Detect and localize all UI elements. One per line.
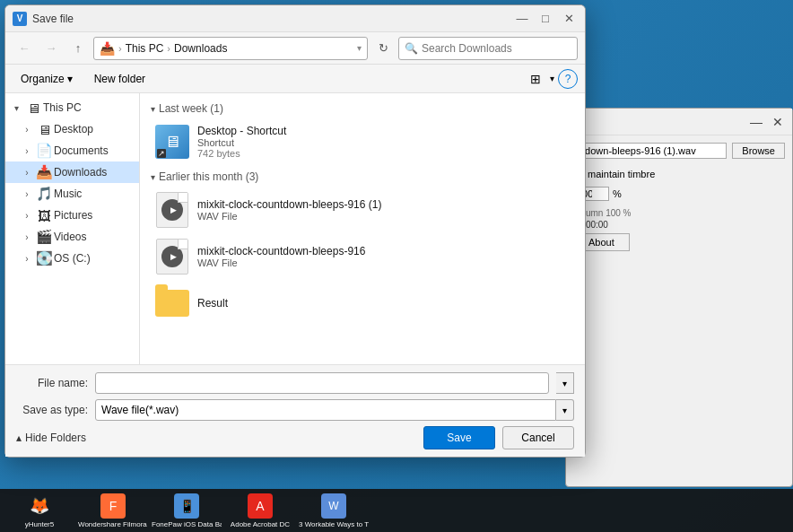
- hide-folders-label: Hide Folders: [25, 432, 86, 444]
- tree-chevron-this-pc: ▾: [9, 103, 23, 113]
- dialog-title-icon: V: [13, 12, 27, 26]
- tree-chevron-downloads: ›: [20, 168, 34, 178]
- file-thumb-wav-2: [154, 239, 190, 275]
- dialog-nav-toolbar: ← → ↑ 📥 › This PC › Downloads ▾ ↻ 🔍: [5, 32, 585, 65]
- tree-icon-pictures: 🖼: [36, 207, 52, 223]
- search-input[interactable]: [422, 42, 571, 55]
- help-button[interactable]: ?: [558, 69, 578, 89]
- files-panel: ▾ Last week (1) 🖥 ↗ Desktop - Shortcut S…: [140, 93, 585, 364]
- taskbar-item-acrobat[interactable]: A Adobe Acrobat DC: [224, 491, 296, 530]
- address-downloads: Downloads: [174, 42, 227, 55]
- tree-label-os-c: OS (C:): [54, 252, 135, 265]
- tree-item-videos[interactable]: › 🎬 Videos: [5, 226, 139, 248]
- wav-icon-2: [156, 239, 188, 275]
- tree-icon-os-c: 💽: [36, 250, 52, 266]
- taskbar-icon-filmora: F: [100, 493, 126, 519]
- dialog-titlebar: V Save file — □ ✕: [5, 5, 585, 32]
- filename-row: File name: ▾: [16, 372, 574, 394]
- tree-label-music: Music: [54, 188, 135, 200]
- taskbar-icon-fonepaw: 📱: [174, 493, 199, 519]
- hide-folders-chevron: ▴: [16, 432, 22, 444]
- savetype-row: Save as type: Wave file(*.wav) ▾: [16, 399, 574, 421]
- bg-filename-row: ndown-bleeps-916 (1).wav Browse: [573, 143, 785, 159]
- save-button[interactable]: Save: [423, 426, 495, 449]
- forward-button[interactable]: →: [39, 37, 63, 60]
- tree-item-pictures[interactable]: › 🖼 Pictures: [5, 205, 139, 226]
- tree-item-this-pc[interactable]: ▾ 🖥 This PC: [5, 97, 139, 118]
- taskbar-icon-workable: W: [321, 493, 346, 519]
- taskbar-item-yhunter5[interactable]: 🦊 yHunter5: [4, 491, 75, 530]
- file-item-result-folder[interactable]: Result: [147, 280, 578, 327]
- tree-icon-downloads: 📥: [36, 164, 52, 180]
- new-folder-button[interactable]: New folder: [86, 68, 153, 90]
- tree-chevron-videos: ›: [20, 232, 34, 242]
- savetype-label: Save as type:: [16, 404, 88, 416]
- tree-chevron-desktop: ›: [20, 125, 34, 135]
- savetype-dropdown-btn[interactable]: ▾: [556, 399, 574, 421]
- bg-minimize-button[interactable]: —: [749, 115, 763, 129]
- tree-item-downloads[interactable]: › 📥 Downloads: [5, 161, 139, 183]
- taskbar-item-workable[interactable]: W 3 Workable Ways to Tr...: [298, 491, 370, 530]
- tree-item-desktop[interactable]: › 🖥 Desktop: [5, 118, 139, 140]
- taskbar-item-filmora[interactable]: F Wondershare Filmora 11: [77, 491, 149, 530]
- taskbar-label-fonepaw: FonePaw iOS Data Baku...: [152, 520, 222, 528]
- hide-folders-button[interactable]: ▴ Hide Folders: [16, 432, 86, 444]
- shortcut-icon: 🖥 ↗: [155, 125, 189, 159]
- taskbar: 🦊 yHunter5 F Wondershare Filmora 11 📱 Fo…: [0, 489, 793, 532]
- file-info-wav-2: mixkit-clock-countdown-bleeps-916 WAV Fi…: [197, 245, 571, 268]
- bg-close-button[interactable]: ✕: [771, 115, 785, 129]
- file-info-result: Result: [197, 297, 571, 310]
- wav-play-icon-2: [161, 246, 183, 267]
- filename-dropdown-btn[interactable]: ▾: [556, 372, 574, 394]
- tree-item-os-c[interactable]: › 💽 OS (C:): [5, 248, 139, 269]
- dialog-secondary-toolbar: Organize ▾ New folder ⊞ ▾ ?: [5, 65, 585, 93]
- bg-time-display: 00:00:00: [573, 220, 785, 230]
- tree-item-music[interactable]: › 🎵 Music: [5, 183, 139, 205]
- search-icon: 🔍: [405, 42, 418, 55]
- file-thumb-desktop-shortcut: 🖥 ↗: [154, 124, 190, 160]
- file-type-wav-2: WAV File: [197, 257, 571, 268]
- dialog-title-text: Save file: [32, 13, 508, 25]
- bg-filename-display: ndown-bleeps-916 (1).wav: [573, 143, 727, 159]
- refresh-button[interactable]: ↻: [371, 37, 395, 60]
- view-button[interactable]: ⊞: [525, 68, 546, 90]
- bg-browse-button[interactable]: Browse: [732, 143, 785, 159]
- address-dropdown-chevron[interactable]: ▾: [357, 43, 362, 53]
- tree-item-documents[interactable]: › 📄 Documents: [5, 140, 139, 161]
- tree-chevron-music: ›: [20, 189, 34, 199]
- group-header-earlier-month[interactable]: ▾ Earlier this month (3): [147, 165, 578, 187]
- file-item-desktop-shortcut[interactable]: 🖥 ↗ Desktop - Shortcut Shortcut 742 byte…: [147, 118, 578, 165]
- organize-button[interactable]: Organize ▾: [13, 68, 81, 90]
- wav-icon-1: [156, 192, 188, 228]
- cancel-button[interactable]: Cancel: [502, 426, 574, 449]
- view-dropdown-chevron[interactable]: ▾: [550, 74, 554, 83]
- dialog-close-button[interactable]: ✕: [560, 10, 578, 28]
- dialog-actions: ▴ Hide Folders Save Cancel: [16, 426, 574, 449]
- dialog-minimize-button[interactable]: —: [513, 10, 531, 28]
- group-header-last-week[interactable]: ▾ Last week (1): [147, 97, 578, 118]
- savetype-value: Wave file(*.wav): [95, 399, 556, 421]
- up-button[interactable]: ↑: [66, 37, 90, 60]
- file-type-desktop-shortcut: Shortcut: [197, 137, 571, 148]
- dialog-bottom: File name: ▾ Save as type: Wave file(*.w…: [5, 364, 585, 457]
- tree-icon-documents: 📄: [36, 143, 52, 159]
- tree-icon-this-pc: 🖥: [25, 100, 41, 116]
- file-item-wav-1[interactable]: mixkit-clock-countdown-bleeps-916 (1) WA…: [147, 187, 578, 233]
- tree-label-pictures: Pictures: [54, 209, 135, 222]
- tree-label-downloads: Downloads: [54, 166, 135, 179]
- back-button[interactable]: ←: [13, 37, 36, 60]
- tree-label-documents: Documents: [54, 144, 135, 157]
- tree-label-desktop: Desktop: [54, 123, 135, 135]
- tree-chevron-pictures: ›: [20, 211, 34, 221]
- tree-panel: ▾ 🖥 This PC › 🖥 Desktop › 📄 Documents › …: [5, 93, 140, 364]
- address-bar[interactable]: 📥 › This PC › Downloads ▾: [93, 37, 368, 60]
- group-label-earlier-month: Earlier this month (3): [159, 170, 258, 183]
- dialog-maximize-button[interactable]: □: [536, 10, 554, 28]
- filename-input[interactable]: [95, 372, 549, 394]
- taskbar-item-fonepaw[interactable]: 📱 FonePaw iOS Data Baku...: [151, 491, 222, 530]
- save-file-dialog: V Save file — □ ✕ ← → ↑ 📥 › This PC › Do…: [4, 4, 586, 458]
- search-box[interactable]: 🔍: [398, 37, 578, 60]
- file-item-wav-2[interactable]: mixkit-clock-countdown-bleeps-916 WAV Fi…: [147, 233, 578, 280]
- file-thumb-result: [154, 285, 190, 321]
- savetype-wrapper: Wave file(*.wav) ▾: [95, 399, 574, 421]
